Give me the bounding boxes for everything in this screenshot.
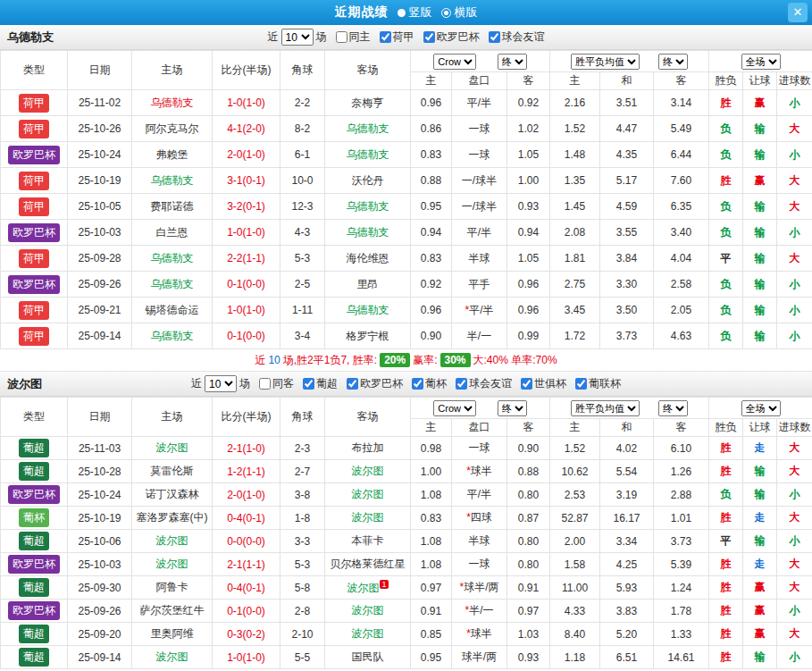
away-team-name[interactable]: 贝尔格莱德红星	[331, 558, 406, 570]
away-team-name[interactable]: 波尔图	[347, 582, 379, 594]
odds-source-select[interactable]: Crow	[433, 400, 476, 416]
odds-time-select[interactable]: 终	[498, 400, 527, 416]
filter-checkbox-同主[interactable]: 同主	[336, 29, 371, 45]
checkbox-input[interactable]	[521, 378, 532, 390]
away-team-name[interactable]: 波尔图	[352, 488, 384, 500]
filter-checkbox-葡联杯[interactable]: 葡联杯	[575, 376, 621, 391]
checkbox-input[interactable]	[575, 378, 587, 390]
away-team-name[interactable]: 本菲卡	[352, 534, 384, 547]
filter-checkbox-同客[interactable]: 同客	[259, 376, 294, 391]
filter-checkbox-荷甲[interactable]: 荷甲	[380, 29, 414, 45]
result-goals: 大	[777, 553, 812, 576]
checkbox-input[interactable]	[423, 31, 435, 43]
home-team-name[interactable]: 波尔图	[156, 534, 188, 547]
results-table: 类型日期主场比分(半场)角球客场 Crow终 胜平负均值终 全场 主盘口客主和客…	[0, 50, 812, 349]
away-team-name[interactable]: 格罗宁根	[347, 330, 389, 342]
checkbox-input[interactable]	[380, 31, 391, 43]
avg-time-select[interactable]: 终	[658, 54, 688, 70]
home-team-name[interactable]: 乌德勒支	[151, 174, 194, 187]
odds-away: 0.96	[507, 298, 550, 323]
home-team-name[interactable]: 费耶诺德	[151, 200, 194, 213]
filter-checkbox-欧罗巴杯[interactable]: 欧罗巴杯	[347, 376, 403, 391]
odds-source-select[interactable]: Crow	[433, 54, 476, 70]
result-wdl: 胜	[709, 623, 743, 646]
home-team-name[interactable]: 波尔图	[156, 441, 188, 454]
column-header: 日期	[68, 398, 132, 437]
corners: 12-3	[280, 194, 325, 220]
home-team-name[interactable]: 锡塔德命运	[146, 304, 199, 316]
home-team-name[interactable]: 塞洛罗森塞(中)	[137, 511, 208, 524]
filter-checkbox-球会友谊[interactable]: 球会友谊	[489, 29, 545, 45]
match-count-select[interactable]: 10	[205, 375, 237, 392]
checkbox-input[interactable]	[347, 378, 358, 390]
home-team-name[interactable]: 弗赖堡	[156, 148, 188, 161]
home-team-name[interactable]: 萨尔茨堡红牛	[140, 604, 205, 616]
away-team-name[interactable]: 乌德勒支	[347, 200, 389, 213]
home-team-name[interactable]: 阿尔克马尔	[146, 122, 199, 135]
match-count-select[interactable]: 10	[281, 29, 314, 46]
home-team-name[interactable]: 诺丁汉森林	[146, 488, 199, 500]
away-team-name[interactable]: 乌德勒支	[347, 226, 389, 239]
column-header: 客场	[325, 51, 411, 90]
scope-select[interactable]: 全场	[741, 54, 781, 70]
away-team-name[interactable]: 波尔图	[352, 511, 384, 524]
result-goals: 小	[777, 483, 812, 507]
result-goals: 大	[777, 623, 812, 646]
filter-checkbox-世俱杯[interactable]: 世俱杯	[521, 376, 566, 391]
away-team-name[interactable]: 乌德勒支	[347, 304, 389, 316]
filter-checkbox-葡杯[interactable]: 葡杯	[412, 376, 447, 391]
match-row: 葡超 25-10-28 莫雷伦斯 1-2(1-1) 2-7 波尔图 1.00 *…	[1, 460, 812, 483]
layout-radio-horizontal[interactable]: 横版	[441, 4, 478, 21]
avg-source-select[interactable]: 胜平负均值	[571, 400, 640, 416]
odds-away: 1.05	[507, 142, 550, 168]
checkbox-input[interactable]	[336, 31, 347, 43]
avg-away: 4.04	[654, 246, 709, 272]
filter-checkbox-欧罗巴杯[interactable]: 欧罗巴杯	[423, 29, 480, 45]
away-team-name[interactable]: 国民队	[352, 650, 384, 663]
away-team-name[interactable]: 布拉加	[352, 441, 384, 454]
avg-time-select[interactable]: 终	[658, 400, 688, 416]
away-team-name[interactable]: 波尔图	[352, 465, 384, 477]
home-team-name[interactable]: 乌德勒支	[151, 330, 194, 342]
checkbox-input[interactable]	[456, 378, 467, 390]
away-team-name[interactable]: 波尔图	[352, 627, 384, 640]
odds-time-select[interactable]: 终	[498, 54, 527, 70]
home-team-name[interactable]: 波尔图	[156, 650, 188, 663]
filter-checkbox-球会友谊[interactable]: 球会友谊	[456, 376, 512, 391]
home-team-name[interactable]: 乌德勒支	[151, 96, 194, 109]
close-button[interactable]: ✕	[788, 3, 808, 22]
avg-draw: 4.47	[600, 116, 654, 142]
checkbox-label: 同客	[272, 376, 294, 391]
avg-away: 6.35	[654, 194, 709, 220]
away-team-name[interactable]: 里昂	[357, 278, 379, 290]
home-team-name[interactable]: 莫雷伦斯	[151, 465, 194, 477]
home-team-name[interactable]: 阿鲁卡	[156, 581, 188, 593]
home-team-name[interactable]: 乌德勒支	[151, 252, 194, 264]
avg-home: 1.18	[550, 646, 600, 669]
away-team-name[interactable]: 乌德勒支	[347, 122, 389, 135]
home-team-name[interactable]: 白兰恩	[156, 226, 188, 239]
home-team-name[interactable]: 波尔图	[156, 558, 188, 570]
home-team-name[interactable]: 里奥阿维	[151, 627, 194, 640]
away-team-name[interactable]: 奈梅亨	[352, 96, 384, 109]
corners: 2-10	[280, 623, 325, 646]
away-team-name[interactable]: 乌德勒支	[347, 148, 389, 161]
match-date: 25-10-26	[68, 116, 132, 142]
away-team-name[interactable]: 波尔图	[352, 604, 384, 616]
home-team-name[interactable]: 乌德勒支	[151, 278, 194, 290]
checkbox-input[interactable]	[303, 378, 314, 390]
filter-checkbox-葡超[interactable]: 葡超	[303, 376, 338, 391]
away-team-name[interactable]: 海伦维恩	[347, 252, 389, 264]
odds-away: 1.02	[507, 116, 550, 142]
scope-select[interactable]: 全场	[741, 400, 781, 416]
avg-source-select[interactable]: 胜平负均值	[571, 54, 640, 70]
corners: 10-0	[280, 168, 325, 194]
layout-radio-vertical[interactable]: 竖版	[398, 4, 432, 21]
result-wdl: 负	[709, 116, 743, 142]
checkbox-input[interactable]	[412, 378, 423, 390]
checkbox-input[interactable]	[489, 31, 500, 43]
away-team-cell: 国民队	[325, 646, 411, 669]
checkbox-input[interactable]	[259, 378, 271, 390]
match-date: 25-09-14	[68, 323, 132, 349]
away-team-name[interactable]: 沃伦丹	[352, 174, 384, 187]
